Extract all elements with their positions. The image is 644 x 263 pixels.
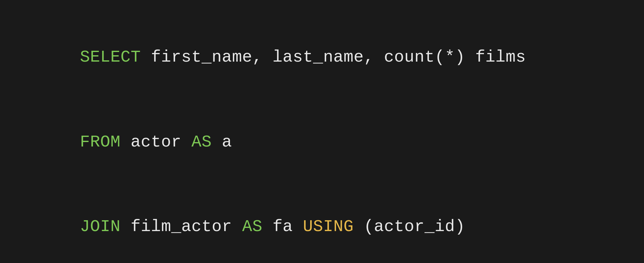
keyword-from: FROM (80, 133, 120, 152)
keyword-as-2: AS (242, 217, 262, 236)
keyword-using: USING (303, 217, 354, 236)
line2-rest2: a (212, 133, 232, 152)
keyword-join: JOIN (80, 217, 120, 236)
line1-rest: first_name, last_name, count(*) films (141, 48, 526, 67)
code-block: SELECT first_name, last_name, count(*) f… (19, 15, 625, 263)
code-line-1: SELECT first_name, last_name, count(*) f… (19, 15, 625, 100)
line2-rest: actor (120, 133, 191, 152)
keyword-as-1: AS (191, 133, 211, 152)
code-line-3: JOIN film_actor AS fa USING (actor_id) (19, 184, 625, 263)
main-container: SELECT first_name, last_name, count(*) f… (0, 0, 644, 263)
code-line-2: FROM actor AS a (19, 100, 625, 184)
line3-rest3: (actor_id) (354, 217, 465, 236)
line3-rest: film_actor (120, 217, 242, 236)
line3-rest2: fa (262, 217, 303, 236)
keyword-select: SELECT (80, 48, 141, 67)
